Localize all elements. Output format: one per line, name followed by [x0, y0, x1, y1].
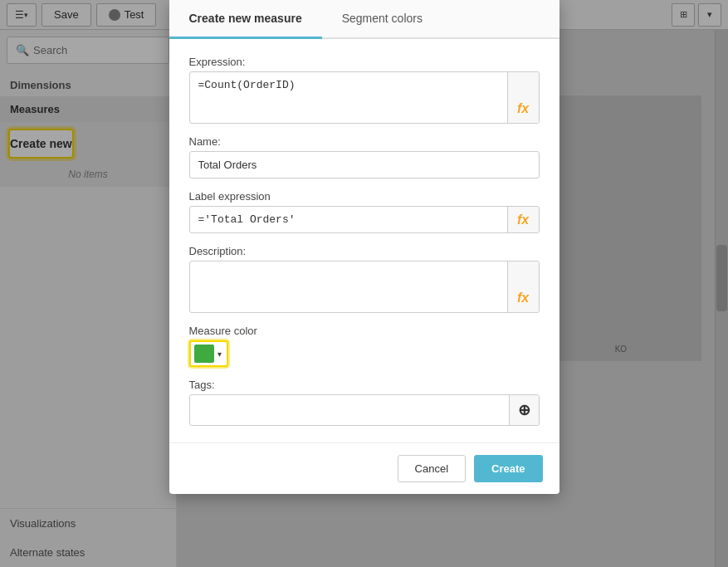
color-swatch-button[interactable]: ▾	[189, 340, 228, 367]
tags-label: Tags:	[189, 379, 540, 391]
label-expression-input[interactable]	[190, 207, 507, 232]
description-input-wrap: fx	[189, 261, 540, 313]
expression-input[interactable]: =Count(OrderID)	[190, 72, 507, 123]
tab-create-new-measure[interactable]: Create new measure	[169, 0, 322, 39]
expression-fx-button[interactable]: fx	[507, 72, 539, 123]
cancel-button[interactable]: Cancel	[398, 455, 466, 482]
description-label: Description:	[189, 245, 540, 257]
create-button[interactable]: Create	[474, 455, 542, 482]
name-group: Name:	[189, 135, 540, 178]
create-measure-modal: Create new measure Segment colors Expres…	[169, 0, 559, 494]
description-group: Description: fx	[189, 245, 540, 313]
label-expression-group: Label expression fx	[189, 190, 540, 233]
color-dropdown-icon: ▾	[216, 349, 223, 359]
label-expression-label: Label expression	[189, 190, 540, 203]
name-input[interactable]	[190, 152, 539, 178]
tab-segment-colors[interactable]: Segment colors	[322, 0, 442, 39]
measure-color-group: Measure color ▾	[189, 325, 540, 367]
name-input-wrap	[189, 151, 540, 178]
label-expression-fx-button[interactable]: fx	[507, 207, 539, 232]
tags-add-button[interactable]: ⊕	[509, 395, 539, 425]
description-fx-button[interactable]: fx	[507, 262, 539, 312]
description-input[interactable]	[190, 262, 507, 312]
tags-input-wrap: ⊕	[189, 394, 540, 426]
expression-label: Expression:	[189, 56, 540, 68]
expression-group: Expression: =Count(OrderID) fx	[189, 56, 540, 124]
expression-input-wrap: =Count(OrderID) fx	[189, 71, 540, 124]
modal-body: Expression: =Count(OrderID) fx Name: Lab…	[169, 39, 559, 442]
modal-tabs: Create new measure Segment colors	[169, 0, 559, 39]
label-expression-input-wrap: fx	[189, 206, 540, 233]
modal-overlay: Create new measure Segment colors Expres…	[0, 0, 728, 567]
measure-color-label: Measure color	[189, 325, 540, 337]
color-picker-row: ▾	[189, 340, 540, 367]
tags-input[interactable]	[190, 398, 509, 423]
color-swatch	[194, 345, 214, 363]
tags-group: Tags: ⊕	[189, 379, 540, 426]
name-label: Name:	[189, 135, 540, 148]
modal-footer: Cancel Create	[169, 442, 559, 494]
